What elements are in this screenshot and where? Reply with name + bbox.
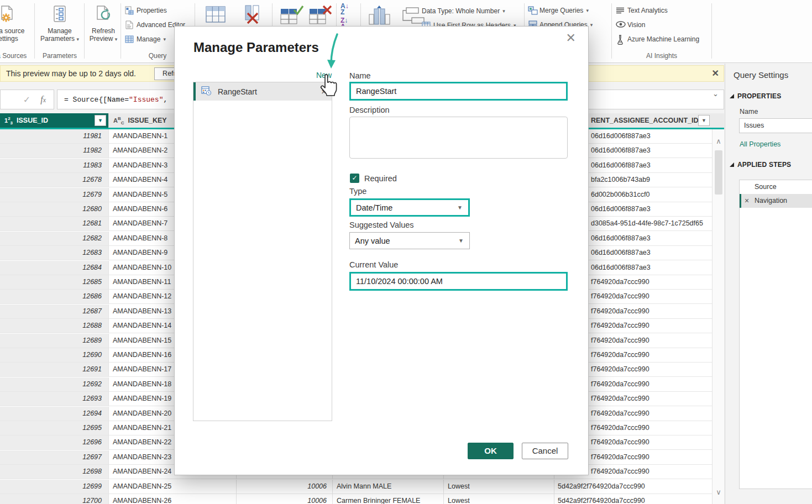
banner-close-icon[interactable]: ✕ — [712, 68, 719, 78]
current-value-input[interactable]: 11/10/2024 00:00:00 AM — [349, 272, 568, 291]
remove-rows-button[interactable] — [305, 4, 331, 26]
remove-columns-button[interactable] — [238, 4, 265, 26]
parameter-name-input[interactable]: RangeStart — [349, 82, 568, 101]
vision-button[interactable]: Vision — [616, 18, 645, 32]
group-label-parameters: Parameters — [35, 52, 84, 60]
table-cell[interactable]: 12692 — [0, 377, 109, 392]
properties-section-header[interactable]: PROPERTIES — [730, 92, 781, 100]
table-cell[interactable]: 12689 — [0, 334, 109, 348]
merge-queries-button[interactable]: Merge Queries ▾ — [528, 4, 589, 17]
table-cell[interactable]: 12688 — [0, 319, 109, 333]
ok-button[interactable]: OK — [468, 443, 514, 459]
dialog-close-icon[interactable]: ✕ — [566, 31, 576, 45]
banner-message: This preview may be up to 2 days old. — [6, 69, 136, 78]
table-cell[interactable]: Lowest — [444, 480, 554, 494]
properties-button[interactable]: Properties — [125, 4, 167, 17]
applied-step-navigation[interactable]: ×Navigation — [740, 194, 812, 208]
text-analytics-button[interactable]: Text Analytics — [616, 4, 668, 17]
required-checkbox[interactable]: ✓ — [350, 174, 359, 183]
table-cell[interactable]: Carmen Brininger FEMALE — [333, 494, 444, 504]
table-cell[interactable]: 12682 — [0, 232, 109, 246]
delete-step-icon[interactable]: × — [745, 194, 749, 208]
scroll-up-icon[interactable]: ∧ — [713, 137, 725, 145]
table-cell[interactable]: 11981 — [0, 129, 109, 144]
dropdown-caret-icon: ▾ — [76, 36, 79, 42]
table-cell[interactable]: 12679 — [0, 188, 109, 202]
table-cell[interactable]: Alvin Mann MALE — [333, 480, 444, 494]
table-cell[interactable]: 10006 — [237, 494, 333, 504]
table-cell[interactable]: 11983 — [0, 159, 109, 173]
table-vertical-scrollbar[interactable]: ∧ ∨ — [712, 129, 724, 504]
commit-check-icon[interactable]: ✓ — [23, 95, 30, 105]
suggested-values-dropdown[interactable]: Any value▼ — [349, 232, 470, 249]
power-query-editor-window: Data source settings Data Sources Manage… — [0, 0, 812, 504]
table-cell[interactable]: 12694 — [0, 407, 109, 421]
group-by-icon — [399, 4, 417, 23]
fx-icon[interactable]: fx — [40, 95, 46, 104]
table-cell[interactable]: 12693 — [0, 392, 109, 406]
parameter-list-item[interactable]: RangeStart× — [193, 82, 332, 101]
cancel-button[interactable]: Cancel — [522, 443, 568, 459]
parameter-description-input[interactable] — [349, 117, 568, 159]
refresh-preview-button[interactable]: Refresh Preview ▾ — [87, 4, 119, 43]
applied-steps-section-header[interactable]: APPLIED STEPS — [730, 161, 791, 169]
name-label: Name — [349, 71, 371, 80]
table-cell[interactable]: 12698 — [0, 465, 109, 479]
table-cell[interactable]: 12697 — [0, 450, 109, 465]
current-value-label: Current Value — [349, 260, 398, 269]
table-cell[interactable]: 12691 — [0, 363, 109, 377]
data-source-settings-button[interactable]: Data source settings — [0, 4, 33, 43]
formula-expand-chevron-icon[interactable]: ⌄ — [713, 90, 719, 98]
formula-bar-controls: ✓ fx — [0, 90, 54, 109]
table-cell[interactable]: 5d42a9f2f764920da7ccc990 — [554, 494, 724, 504]
table-cell[interactable]: 12684 — [0, 261, 109, 275]
type-dropdown[interactable]: Date/Time▼ — [349, 198, 470, 217]
parameter-list: RangeStart× — [193, 82, 332, 421]
table-cell[interactable]: 12690 — [0, 348, 109, 363]
remove-columns-icon — [242, 4, 261, 23]
column-header-issue-id[interactable]: 123 ISSUE_ID ▼ — [0, 113, 109, 128]
table-cell[interactable]: AMANDABENN-26 — [109, 494, 237, 504]
choose-columns-button[interactable] — [201, 4, 227, 26]
dropdown-caret-icon: ▾ — [502, 8, 505, 14]
dropdown-caret-icon: ▾ — [163, 36, 166, 42]
table-cell[interactable]: 12681 — [0, 217, 109, 231]
merge-queries-icon — [528, 6, 537, 15]
chevron-down-icon: ▼ — [457, 204, 463, 211]
azure-ml-button[interactable]: Azure Machine Learning — [616, 33, 699, 46]
table-cell[interactable]: 12700 — [0, 494, 109, 504]
parameter-name: RangeStart — [218, 87, 257, 96]
table-cell[interactable]: 12683 — [0, 246, 109, 260]
data-type-button[interactable]: Data Type: Whole Number ▾ — [422, 4, 505, 18]
table-cell[interactable]: Lowest — [444, 494, 554, 504]
group-by-button[interactable] — [394, 4, 422, 27]
table-cell[interactable]: 11982 — [0, 144, 109, 158]
table-cell[interactable]: 12687 — [0, 305, 109, 319]
sort-ascending-button[interactable]: A↓Z — [340, 3, 358, 15]
filter-dropdown-icon[interactable]: ▼ — [95, 115, 106, 126]
table-cell[interactable]: 12678 — [0, 173, 109, 187]
table-cell[interactable]: 12685 — [0, 275, 109, 290]
applied-step-source[interactable]: Source — [740, 180, 812, 194]
manage-parameters-button[interactable]: Manage Parameters ▾ — [35, 4, 84, 43]
split-column-button[interactable] — [364, 4, 390, 27]
query-settings-panel: Query Settings PROPERTIES Name Issues Al… — [725, 64, 812, 504]
advanced-editor-icon — [125, 20, 134, 29]
required-label: Required — [364, 174, 397, 183]
table-cell[interactable]: AMANDABENN-25 — [109, 480, 237, 494]
keep-rows-button[interactable] — [276, 4, 302, 26]
table-cell[interactable]: 10006 — [237, 480, 333, 494]
table-cell[interactable]: 12686 — [0, 290, 109, 304]
table-cell[interactable]: 12699 — [0, 480, 109, 494]
all-properties-link[interactable]: All Properties — [740, 140, 780, 148]
scroll-down-icon[interactable]: ∨ — [713, 488, 725, 496]
table-cell[interactable]: 12695 — [0, 421, 109, 435]
scrollbar-thumb[interactable] — [715, 150, 722, 195]
required-checkbox-row[interactable]: ✓ Required — [350, 174, 397, 183]
manage-button[interactable]: Manage ▾ — [125, 33, 166, 46]
table-cell[interactable]: 12680 — [0, 202, 109, 217]
filter-dropdown-icon[interactable]: ▼ — [698, 115, 710, 126]
query-name-input[interactable]: Issues — [739, 118, 812, 133]
table-cell[interactable]: 12696 — [0, 435, 109, 450]
table-cell[interactable]: 5d42a9f2f764920da7ccc990 — [554, 480, 724, 494]
